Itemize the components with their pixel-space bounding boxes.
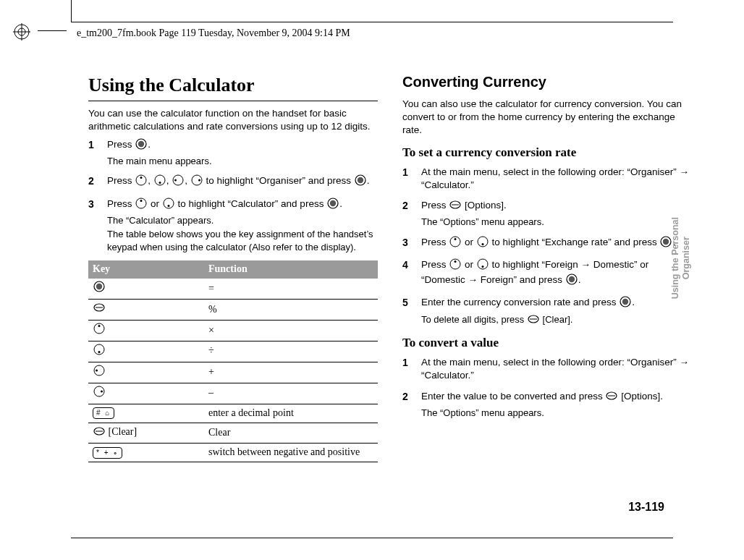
center-key-icon xyxy=(566,273,578,289)
key-label: [Clear] xyxy=(109,426,138,437)
step-note: The table below shows you the key assign… xyxy=(107,228,378,253)
down-key-icon xyxy=(93,344,105,360)
down-key-icon xyxy=(154,174,166,190)
keycap-icon: # ⌂ xyxy=(93,407,114,419)
step-item: 1 Press .The main menu appears. xyxy=(88,138,378,168)
step-body: At the main menu, select in the followin… xyxy=(421,356,692,382)
page-frame xyxy=(71,22,673,22)
soft-key-icon xyxy=(606,390,617,405)
page-frame xyxy=(71,538,673,538)
center-key-icon xyxy=(93,281,105,297)
step-item: 2 Press , , , to highlight “Organiser” a… xyxy=(88,174,378,190)
step-item: 3 Press or to highlight “Calculator” and… xyxy=(88,198,378,254)
step-number: 4 xyxy=(402,258,413,289)
steps-list: 1 At the main menu, select in the follow… xyxy=(402,166,692,328)
down-key-icon xyxy=(477,258,489,273)
key-cell: * + ∘ xyxy=(88,444,204,462)
function-cell: % xyxy=(204,300,378,321)
section-heading: Converting Currency xyxy=(402,72,692,92)
down-key-icon xyxy=(477,236,489,251)
keycap-icon: * + ∘ xyxy=(93,447,122,459)
key-cell xyxy=(88,300,204,321)
registration-mark-icon xyxy=(13,23,30,41)
key-cell xyxy=(88,279,204,299)
step-number: 1 xyxy=(402,166,413,192)
center-key-icon xyxy=(620,296,631,311)
function-cell: – xyxy=(204,383,378,404)
step-number: 3 xyxy=(88,198,98,254)
step-body: Press or to highlight “Exchange rate” an… xyxy=(421,236,692,251)
intro-text: You can also use the calculator for curr… xyxy=(402,98,692,137)
left-column: Using the Calculator You can use the cal… xyxy=(88,72,378,462)
page-number: 13-119 xyxy=(628,501,664,514)
running-header: e_tm200_7fm.book Page 119 Tuesday, Novem… xyxy=(77,27,350,39)
right-key-icon xyxy=(191,174,203,190)
step-number: 1 xyxy=(402,356,413,382)
up-key-icon xyxy=(135,174,147,190)
key-cell: [Clear] xyxy=(88,423,204,444)
step-item: 3 Press or to highlight “Exchange rate” … xyxy=(402,236,692,251)
key-cell xyxy=(88,341,204,362)
center-key-icon xyxy=(660,236,672,251)
key-cell xyxy=(88,362,204,383)
step-body: Press or to highlight “Foreign → Domesti… xyxy=(421,258,692,289)
center-key-icon xyxy=(135,138,147,153)
step-body: Press or to highlight “Calculator” and p… xyxy=(107,198,378,254)
function-cell: switch between negative and positive xyxy=(204,444,378,462)
step-item: 5 Enter the currency conversion rate and… xyxy=(402,296,692,328)
steps-list: 1 Press .The main menu appears.2 Press ,… xyxy=(88,138,378,254)
step-item: 1 At the main menu, select in the follow… xyxy=(402,356,692,382)
step-item: 2 Enter the value to be converted and pr… xyxy=(402,390,692,420)
step-body: Press [Options].The “Options” menu appea… xyxy=(421,199,692,229)
key-cell xyxy=(88,383,204,404)
step-body: Press , , , to highlight “Organiser” and… xyxy=(107,174,378,190)
step-note: To delete all digits, press [Clear]. xyxy=(421,313,692,328)
table-row: * + ∘ switch between negative and positi… xyxy=(88,444,378,462)
up-key-icon xyxy=(93,323,105,339)
up-key-icon xyxy=(135,198,147,213)
left-key-icon xyxy=(172,174,184,190)
function-cell: enter a decimal point xyxy=(204,404,378,423)
down-key-icon xyxy=(163,198,174,213)
soft-key-icon xyxy=(528,313,539,328)
table-row: – xyxy=(88,383,378,404)
intro-text: You can use the calculator function on t… xyxy=(88,107,378,133)
step-note: The “Calculator” appears. xyxy=(107,214,378,227)
table-row: ÷ xyxy=(88,341,378,362)
step-number: 1 xyxy=(88,138,98,168)
crop-mark xyxy=(71,0,72,22)
up-key-icon xyxy=(449,258,461,273)
table-row: # ⌂ enter a decimal point xyxy=(88,404,378,423)
function-cell: × xyxy=(204,321,378,341)
step-item: 2 Press [Options].The “Options” menu app… xyxy=(402,199,692,229)
step-body: Enter the value to be converted and pres… xyxy=(421,390,692,420)
step-note: The “Options” menu appears. xyxy=(421,407,692,420)
soft-key-icon xyxy=(93,302,105,318)
table-header-key: Key xyxy=(88,260,204,279)
step-number: 2 xyxy=(88,174,98,190)
step-note: The “Options” menu appears. xyxy=(421,216,692,229)
table-row: + xyxy=(88,362,378,383)
right-key-icon xyxy=(93,386,105,402)
steps-list: 1 At the main menu, select in the follow… xyxy=(402,356,692,419)
subsection-heading: To set a currency conversion rate xyxy=(402,145,692,161)
step-number: 2 xyxy=(402,199,413,229)
key-function-table: Key Function = % × ÷ + –# ⌂ xyxy=(88,260,378,462)
step-note: The main menu appears. xyxy=(107,155,378,168)
soft-key-icon xyxy=(93,425,105,441)
key-cell xyxy=(88,321,204,341)
table-header-function: Function xyxy=(204,260,378,279)
page-title: Using the Calculator xyxy=(88,72,378,101)
step-body: Enter the currency conversion rate and p… xyxy=(421,296,692,328)
table-row: × xyxy=(88,321,378,341)
subsection-heading: To convert a value xyxy=(402,335,692,352)
step-number: 2 xyxy=(402,390,413,420)
function-cell: = xyxy=(204,279,378,299)
step-body: Press .The main menu appears. xyxy=(107,138,378,168)
step-item: 4 Press or to highlight “Foreign → Domes… xyxy=(402,258,692,289)
table-row: [Clear] Clear xyxy=(88,423,378,444)
function-cell: ÷ xyxy=(204,341,378,362)
function-cell: + xyxy=(204,362,378,383)
key-cell: # ⌂ xyxy=(88,404,204,423)
left-key-icon xyxy=(93,365,105,381)
